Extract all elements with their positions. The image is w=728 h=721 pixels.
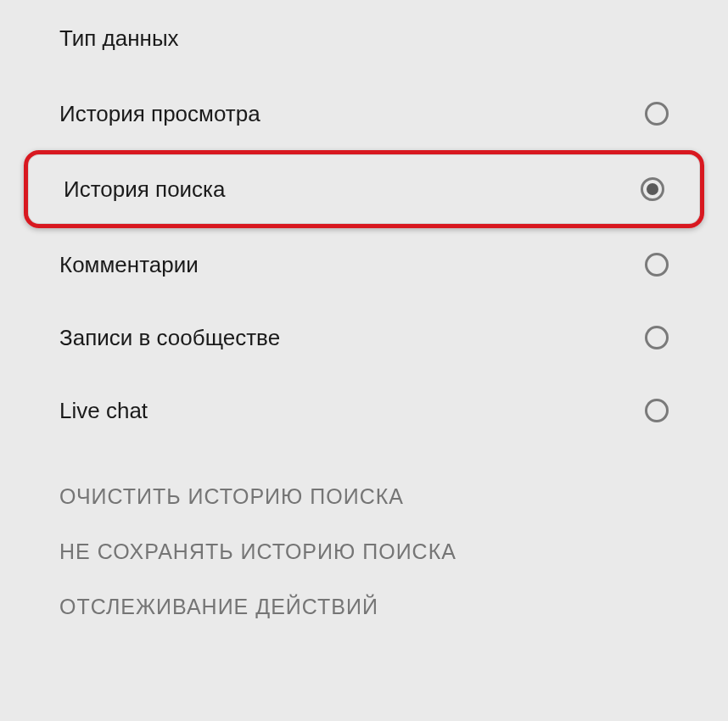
section-title: Тип данных <box>0 17 728 77</box>
radio-icon <box>645 102 669 126</box>
radio-icon <box>641 177 664 201</box>
action-pause-search-history[interactable]: НЕ СОХРАНЯТЬ ИСТОРИЮ ПОИСКА <box>59 524 669 579</box>
option-search-history[interactable]: История поиска <box>28 154 700 224</box>
option-label: Комментарии <box>59 252 199 278</box>
action-activity-tracking[interactable]: ОТСЛЕЖИВАНИЕ ДЕЙСТВИЙ <box>59 579 669 634</box>
action-list: ОЧИСТИТЬ ИСТОРИЮ ПОИСКА НЕ СОХРАНЯТЬ ИСТ… <box>0 447 728 634</box>
option-live-chat[interactable]: Live chat <box>0 374 728 447</box>
highlight-box: История поиска <box>24 150 704 228</box>
settings-panel: Тип данных История просмотра История пои… <box>0 0 728 634</box>
radio-icon <box>645 399 669 422</box>
radio-icon <box>645 326 669 349</box>
option-label: История поиска <box>64 176 226 203</box>
option-label: Записи в сообществе <box>59 325 280 351</box>
option-comments[interactable]: Комментарии <box>0 228 728 301</box>
radio-icon <box>645 253 669 277</box>
action-clear-search-history[interactable]: ОЧИСТИТЬ ИСТОРИЮ ПОИСКА <box>59 469 669 524</box>
option-label: История просмотра <box>59 101 260 127</box>
option-label: Live chat <box>59 398 148 424</box>
option-watch-history[interactable]: История просмотра <box>0 77 728 150</box>
option-community-posts[interactable]: Записи в сообществе <box>0 301 728 374</box>
